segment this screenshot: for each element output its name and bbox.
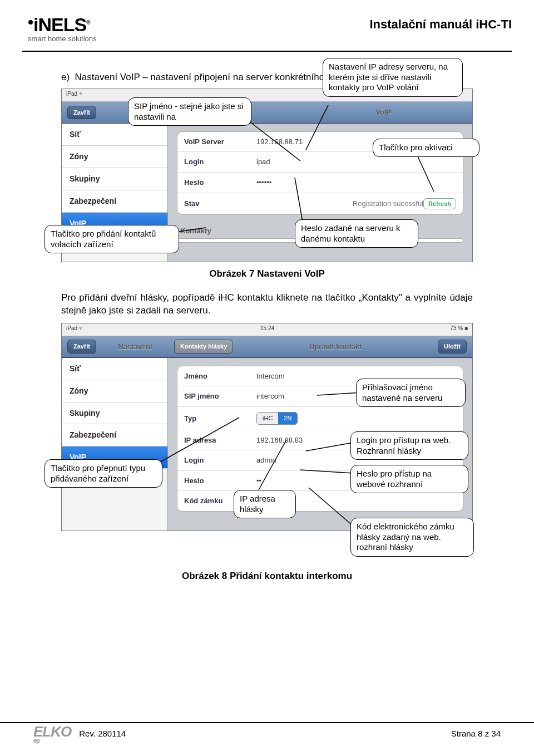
callout-sip: SIP jméno - stejné jako jste si nastavil… [128,97,251,126]
sidebar-item-zabezpeceni[interactable]: Zabezpečení [62,424,167,446]
label-jmeno: Jméno [184,371,256,381]
close-button[interactable]: Zavřít [67,106,96,120]
callout-ip: Nastavení IP adresy serveru, na kterém j… [323,58,463,97]
label-login: Login [184,455,256,465]
callout-switch-type: Tlačítko pro přepnutí typu přidávaného z… [44,459,162,488]
type-segmented-control[interactable]: iHC2N [256,412,298,425]
document-title: Instalační manuál iHC-TI [370,17,512,32]
label-typ: Typ [184,414,256,424]
label-voip-server: VoIP Server [184,137,256,147]
close-button[interactable]: Zavřít [67,340,96,354]
sidebar-item-zabezpeceni[interactable]: Zabezpečení [62,190,167,213]
figure-caption-8: Obrázek 8 Přidání kontaktu interkomu [61,570,473,583]
brand-name: iNELS® [28,14,97,36]
sidebar-item-skupiny[interactable]: Skupiny [62,168,167,190]
label-heslo: Heslo [184,178,256,188]
callout-ip-hlasky: IP adresa hlásky [234,490,296,519]
label-sip-jmeno: SIP jméno [184,391,256,401]
sidebar-item-sit[interactable]: Síť [62,358,167,380]
page-header: iNELS® smart home solutions Instalační m… [0,0,534,47]
refresh-button[interactable]: Refresh [423,198,456,210]
panel-title: Upravit kontakt [233,342,438,352]
label-heslo: Heslo [184,476,256,486]
sidebar-item-skupiny[interactable]: Skupiny [62,402,167,425]
brand-tagline: smart home solutions [28,35,97,43]
callout-lock-code: Kód elektronického zámku hlásky zadaný n… [350,518,474,557]
callout-heslo-web: Heslo pro přístup na webové rozhranní [350,465,468,494]
callout-add-contact: Tlačítko pro přidání kontaktů volacích z… [44,225,179,254]
callout-activate: Tlačítko pro aktivaci [373,139,479,157]
revision-text: Rev. 280114 [79,729,126,738]
figure-caption-7: Obrázek 7 Nastaveni VoIP [61,268,473,281]
label-ip-adresa: IP adresa [184,435,256,445]
elko-logo: ELKOep [33,723,71,744]
value-heslo[interactable]: •••••• [256,178,456,188]
callout-login-web: Login pro přístup na web. Rozhranní hlás… [350,431,468,460]
paragraph-instructions: Pro přidáni dveřní hlásky, popřípadě iHC… [61,292,473,317]
ios-statusbar: iPad ᯤ15:2473 % ■ [62,323,472,336]
brand-logo: iNELS® smart home solutions [28,14,97,43]
sidebar-item-zony[interactable]: Zóny [62,146,167,168]
value-login[interactable]: ipad [256,157,456,167]
value-stav: Registration sucessful [256,199,423,209]
toolbar-title: Nastavení [96,342,174,352]
panel-title: VoIP [300,107,467,117]
save-button[interactable]: Uložit [438,340,467,354]
sidebar-item-sit[interactable]: Síť [62,124,167,146]
callout-login-name: Přihlašovací jméno nastavené na serveru [356,379,466,408]
page-number: Strana 8 z 34 [451,729,501,738]
ios-toolbar: Zavřít Nastavení VoIP [62,101,472,124]
label-login: Login [184,157,256,167]
sidebar: Síť Zóny Skupiny Zabezpečení VoIP [62,358,168,531]
label-stav: Stav [184,199,256,209]
callout-server-password: Heslo zadané na serveru k danému kontakt… [295,219,418,248]
ios-toolbar: Zavřít Nastavení Kontakty hlásky Upravit… [62,336,472,358]
sidebar-item-zony[interactable]: Zóny [62,380,167,402]
page-footer: ELKOep Rev. 280114 Strana 8 z 34 [0,722,534,744]
back-button[interactable]: Kontakty hlásky [174,340,233,354]
